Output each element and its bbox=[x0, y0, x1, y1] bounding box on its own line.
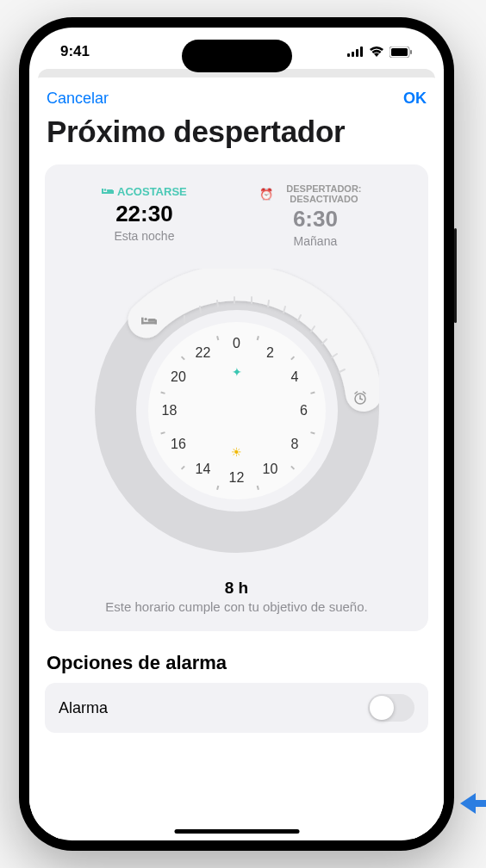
svg-rect-7 bbox=[102, 192, 114, 194]
bedtime-sub: Esta noche bbox=[102, 229, 187, 243]
svg-point-10 bbox=[104, 189, 107, 191]
time-row: ACOSTARSE 22:30 Esta noche ⏰ DESPERTADOR… bbox=[57, 183, 416, 258]
status-icons bbox=[347, 46, 413, 58]
page-title: Próximo despertador bbox=[29, 113, 444, 164]
svg-point-27 bbox=[144, 318, 146, 320]
status-time: 9:41 bbox=[60, 43, 90, 60]
sleep-summary: 8 h Este horario cumple con tu objetivo … bbox=[57, 579, 416, 614]
wake-time: 6:30 bbox=[259, 206, 371, 232]
bedtime-label: ACOSTARSE bbox=[102, 185, 187, 198]
home-indicator[interactable] bbox=[174, 829, 299, 834]
clock-number: 4 bbox=[291, 369, 299, 385]
clock-face: 0246810121416182022 ✦ ☀ bbox=[148, 322, 326, 499]
clock-number: 0 bbox=[233, 336, 240, 351]
bed-icon bbox=[141, 315, 157, 326]
sleep-schedule-card: ACOSTARSE 22:30 Esta noche ⏰ DESPERTADOR… bbox=[45, 164, 428, 631]
clock-number: 10 bbox=[263, 462, 278, 477]
clock-number: 6 bbox=[300, 403, 308, 418]
bedtime-handle[interactable] bbox=[132, 303, 166, 338]
sun-icon: ☀ bbox=[231, 445, 242, 459]
modal-sheet: Cancelar OK Próximo despertador ACOSTARS… bbox=[29, 78, 444, 839]
side-button bbox=[454, 228, 457, 323]
clock-number: 16 bbox=[171, 437, 186, 452]
bedtime-time: 22:30 bbox=[102, 201, 187, 227]
svg-rect-28 bbox=[147, 319, 155, 322]
modal-header: Cancelar OK bbox=[29, 78, 444, 113]
clock-number: 14 bbox=[196, 462, 211, 477]
svg-rect-2 bbox=[356, 49, 358, 57]
alarm-clock-icon: ⏰ bbox=[259, 188, 273, 201]
svg-marker-35 bbox=[460, 793, 476, 814]
svg-line-31 bbox=[360, 399, 363, 400]
wifi-icon bbox=[369, 46, 384, 57]
alarm-label: Alarma bbox=[59, 699, 108, 717]
sleep-clock[interactable]: 0246810121416182022 ✦ ☀ bbox=[95, 269, 379, 553]
signal-icon bbox=[347, 46, 364, 57]
alarm-options-title: Opciones de alarma bbox=[29, 631, 444, 683]
clock-number: 2 bbox=[266, 345, 274, 361]
sparkle-icon: ✦ bbox=[232, 365, 242, 379]
battery-icon bbox=[389, 46, 413, 58]
sleep-goal-text: Este horario cumple con tu objetivo de s… bbox=[57, 599, 416, 614]
switch-knob bbox=[370, 696, 394, 720]
sleep-hours: 8 h bbox=[57, 579, 416, 598]
phone-frame: 9:41 Cancelar OK Próximo despert bbox=[19, 17, 454, 851]
svg-rect-11 bbox=[107, 189, 113, 192]
ok-button[interactable]: OK bbox=[403, 90, 427, 108]
svg-rect-8 bbox=[102, 189, 103, 194]
bed-icon bbox=[102, 187, 114, 195]
svg-rect-0 bbox=[347, 53, 350, 57]
svg-rect-6 bbox=[410, 50, 412, 54]
svg-rect-24 bbox=[141, 321, 157, 324]
wake-handle[interactable] bbox=[343, 381, 377, 415]
svg-rect-3 bbox=[360, 46, 363, 57]
dynamic-island bbox=[182, 40, 292, 72]
alarm-switch[interactable] bbox=[368, 694, 414, 722]
wake-sub: Mañana bbox=[259, 234, 371, 248]
clock-number: 8 bbox=[291, 437, 299, 452]
svg-rect-1 bbox=[352, 52, 354, 57]
clock-number: 22 bbox=[196, 345, 211, 361]
modal-content: Cancelar OK Próximo despertador ACOSTARS… bbox=[29, 69, 444, 839]
alarm-icon bbox=[352, 390, 368, 406]
callout-arrow bbox=[460, 788, 486, 819]
wake-label: ⏰ DESPERTADOR: DESACTIVADO bbox=[259, 183, 371, 204]
svg-line-33 bbox=[363, 392, 365, 394]
clock-number: 18 bbox=[162, 403, 178, 418]
cancel-button[interactable]: Cancelar bbox=[47, 90, 109, 108]
svg-rect-5 bbox=[391, 48, 408, 56]
wake-block: ⏰ DESPERTADOR: DESACTIVADO 6:30 Mañana bbox=[259, 183, 371, 248]
clock-number: 20 bbox=[171, 369, 186, 385]
svg-line-32 bbox=[355, 392, 358, 394]
phone-screen: 9:41 Cancelar OK Próximo despert bbox=[29, 28, 444, 840]
svg-rect-25 bbox=[141, 317, 144, 324]
bedtime-block: ACOSTARSE 22:30 Esta noche bbox=[102, 183, 187, 248]
clock-number: 12 bbox=[229, 470, 245, 486]
alarm-toggle-row: Alarma bbox=[45, 683, 428, 733]
